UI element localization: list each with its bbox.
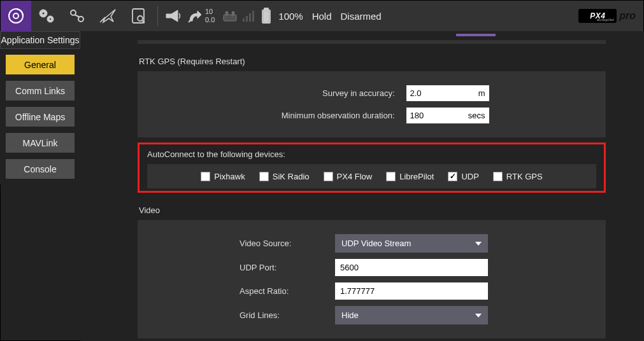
min-obs-input[interactable]: 180 secs bbox=[406, 108, 489, 123]
svg-rect-16 bbox=[264, 8, 268, 10]
sidebar-item-general[interactable]: General bbox=[5, 54, 75, 75]
flight-mode[interactable]: Hold bbox=[312, 11, 332, 22]
aspect-ratio-input[interactable]: 1.777777 bbox=[335, 282, 488, 300]
autoconnect-sikradio[interactable]: SiK Radio bbox=[259, 172, 310, 181]
sidebar-title: Application Settings bbox=[0, 31, 80, 49]
sidebar-item-commlinks[interactable]: Comm Links bbox=[5, 80, 75, 101]
arm-state[interactable]: Disarmed bbox=[341, 11, 382, 22]
video-source-label: Video Source: bbox=[240, 239, 322, 248]
chevron-down-icon bbox=[475, 314, 482, 317]
px4-logo: PX4 autopilot bbox=[578, 9, 617, 23]
video-panel: Video Source: UDP Video Stream UDP Port:… bbox=[138, 220, 606, 338]
settings-icon[interactable] bbox=[31, 1, 62, 32]
autoconnect-panel: Pixhawk SiK Radio PX4 Flow LibrePilot UD… bbox=[147, 164, 596, 188]
app-logo-button[interactable] bbox=[1, 1, 31, 32]
autoconnect-highlight: AutoConnect to the following devices: Pi… bbox=[138, 143, 606, 193]
sidebar-item-mavlink[interactable]: MAVLink bbox=[5, 132, 75, 153]
aspect-ratio-label: Aspect Ratio: bbox=[240, 286, 322, 296]
survey-accuracy-label: Survey in accuracy: bbox=[255, 88, 395, 98]
gps-hdop: 0.0 bbox=[205, 16, 215, 24]
prev-panel-edge bbox=[138, 40, 606, 44]
grid-lines-label: Grid Lines: bbox=[240, 310, 322, 320]
gps-sat-count: 10 bbox=[205, 8, 215, 16]
waypoint-icon[interactable] bbox=[62, 1, 92, 32]
sidebar-item-console[interactable]: Console bbox=[5, 158, 75, 179]
autoconnect-px4flow[interactable]: PX4 Flow bbox=[324, 172, 373, 181]
autoconnect-pixhawk[interactable]: Pixhawk bbox=[201, 172, 245, 181]
gps-stats: 10 0.0 bbox=[205, 8, 215, 24]
gps-icon[interactable] bbox=[185, 1, 205, 32]
analyze-icon[interactable] bbox=[123, 1, 154, 32]
toolbar-separator bbox=[157, 6, 158, 26]
svg-point-5 bbox=[49, 18, 51, 20]
battery-icon bbox=[258, 1, 275, 32]
video-source-select[interactable]: UDP Video Stream bbox=[335, 234, 488, 253]
svg-rect-13 bbox=[226, 12, 227, 15]
grid-lines-select[interactable]: Hide bbox=[335, 306, 488, 324]
plane-icon[interactable] bbox=[92, 1, 123, 32]
min-obs-label: Minimum observation duration: bbox=[255, 111, 395, 120]
battery-percent: 100% bbox=[278, 11, 303, 22]
autoconnect-librepilot[interactable]: LibrePilot bbox=[386, 172, 434, 181]
video-section-title: Video bbox=[139, 205, 606, 215]
megaphone-icon[interactable] bbox=[162, 1, 185, 32]
udp-port-label: UDP Port: bbox=[240, 263, 322, 272]
svg-rect-14 bbox=[233, 12, 234, 15]
tab-highlight bbox=[456, 34, 496, 36]
top-toolbar: 10 0.0 100% Hold Disarmed PX4 autopilot … bbox=[1, 1, 643, 32]
autoconnect-rtkgps[interactable]: RTK GPS bbox=[493, 172, 543, 181]
svg-point-9 bbox=[138, 16, 143, 21]
rtk-panel: Survey in accuracy: 2.0 m Minimum observ… bbox=[138, 71, 606, 137]
sidebar-item-offlinemaps[interactable]: Offline Maps bbox=[5, 106, 75, 127]
main-content: RTK GPS (Requires Restart) Survey in acc… bbox=[80, 31, 644, 341]
rc-icon bbox=[220, 1, 240, 32]
svg-rect-10 bbox=[224, 15, 236, 21]
udp-port-input[interactable]: 5600 bbox=[335, 259, 488, 276]
svg-point-1 bbox=[13, 13, 18, 18]
survey-accuracy-input[interactable]: 2.0 m bbox=[406, 85, 489, 101]
svg-rect-17 bbox=[264, 11, 269, 22]
autoconnect-udp[interactable]: UDP bbox=[448, 172, 478, 181]
telemetry-signal-icon bbox=[243, 10, 254, 22]
settings-sidebar: Application Settings General Comm Links … bbox=[0, 31, 80, 184]
svg-point-3 bbox=[42, 12, 45, 15]
chevron-down-icon bbox=[475, 242, 482, 246]
pro-label: pro bbox=[619, 10, 636, 22]
rtk-section-title: RTK GPS (Requires Restart) bbox=[139, 57, 606, 66]
autoconnect-title: AutoConnect to the following devices: bbox=[147, 150, 596, 159]
